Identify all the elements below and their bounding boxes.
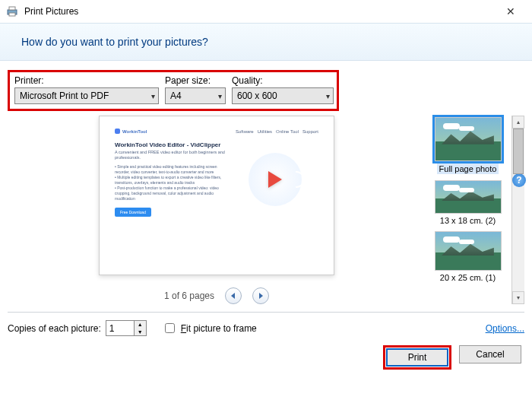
layout-thumbnails: Full page photo 13 x 18 cm. (2) 20 x 25 … xyxy=(426,116,510,304)
layout-option-20x25[interactable]: 20 x 25 cm. (1) xyxy=(435,231,502,282)
cancel-button[interactable]: Cancel xyxy=(459,345,521,363)
options-link[interactable]: Options... xyxy=(486,323,524,334)
next-page-button[interactable] xyxy=(252,287,269,304)
chevron-down-icon: ▾ xyxy=(151,92,155,100)
paper-size-value: A4 xyxy=(170,90,182,101)
print-preview: WorkinTool SoftwareUtilitiesOnline ToolS… xyxy=(99,116,334,275)
printer-app-icon xyxy=(6,5,18,17)
svg-rect-1 xyxy=(9,7,15,10)
copies-label: Copies of each picture: xyxy=(8,323,101,334)
print-button-highlight-annotation: Print xyxy=(383,345,451,370)
print-button[interactable]: Print xyxy=(386,348,448,367)
thumb-caption: 13 x 18 cm. (2) xyxy=(440,216,496,225)
quality-value: 600 x 600 xyxy=(237,90,277,101)
fit-to-frame-checkbox[interactable] xyxy=(165,323,175,333)
copies-decrement[interactable]: ▼ xyxy=(135,329,146,336)
svg-rect-2 xyxy=(9,13,15,16)
header-question: How do you want to print your pictures? xyxy=(21,36,511,48)
copies-input[interactable] xyxy=(106,321,134,335)
scroll-down-icon[interactable]: ▾ xyxy=(512,291,524,304)
paper-size-label: Paper size: xyxy=(165,75,226,86)
preview-bullets: • Simple and practical video editing fea… xyxy=(115,164,227,202)
layout-option-13x18[interactable]: 13 x 18 cm. (2) xyxy=(435,180,502,225)
preview-heading: WorkinTool Video Editor - VidClipper xyxy=(115,141,227,148)
thumb-caption: 20 x 25 cm. (1) xyxy=(440,273,496,282)
close-button[interactable]: ✕ xyxy=(496,1,526,22)
chevron-down-icon: ▾ xyxy=(218,92,222,100)
preview-logo: WorkinTool xyxy=(122,129,147,134)
quality-dropdown[interactable]: 600 x 600 ▾ xyxy=(232,87,334,104)
printer-value: Microsoft Print to PDF xyxy=(20,90,109,101)
quality-label: Quality: xyxy=(232,75,334,86)
layout-option-full-page[interactable]: Full page photo xyxy=(435,117,502,174)
page-indicator: 1 of 6 pages xyxy=(164,290,214,301)
preview-subheading: A convenient and FREE video editor for b… xyxy=(115,150,227,160)
thumb-caption: Full page photo xyxy=(437,163,499,174)
fit-to-frame-label: Fit picture to frame xyxy=(181,323,257,334)
window-title: Print Pictures xyxy=(24,6,496,17)
chevron-down-icon: ▾ xyxy=(326,92,330,100)
copies-spinner[interactable]: ▲ ▼ xyxy=(106,320,147,336)
controls-highlight-annotation: Printer: Microsoft Print to PDF ▾ Paper … xyxy=(8,70,339,111)
printer-dropdown[interactable]: Microsoft Print to PDF ▾ xyxy=(14,87,159,104)
preview-cta: Free Download xyxy=(115,208,151,217)
scroll-up-icon[interactable]: ▴ xyxy=(512,116,524,129)
preview-nav: SoftwareUtilitiesOnline ToolSupport xyxy=(232,129,318,134)
preview-graphic xyxy=(232,141,318,217)
copies-increment[interactable]: ▲ xyxy=(135,321,146,329)
prev-page-button[interactable] xyxy=(225,287,242,304)
printer-label: Printer: xyxy=(14,75,159,86)
thumbnails-scrollbar[interactable]: ▴ ▾ xyxy=(511,116,524,304)
paper-size-dropdown[interactable]: A4 ▾ xyxy=(165,87,226,104)
